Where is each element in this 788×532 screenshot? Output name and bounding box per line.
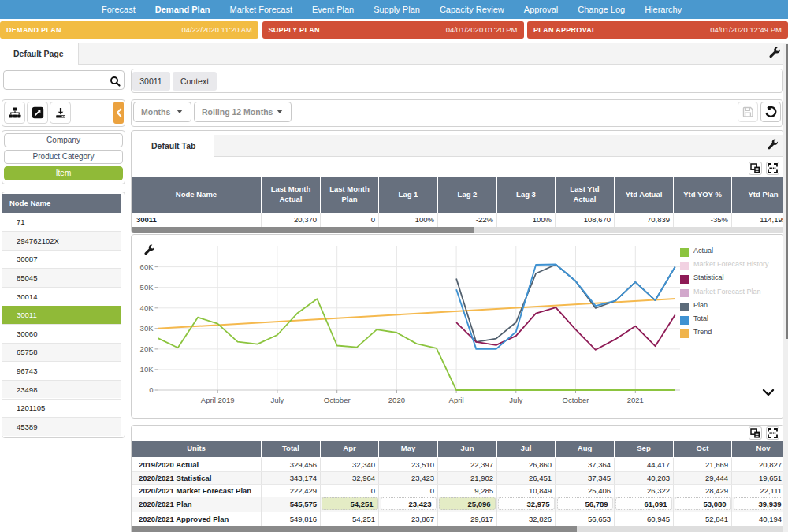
svg-text:10K: 10K [140,365,154,374]
svg-text:April: April [449,396,464,404]
svg-text:0: 0 [149,385,153,394]
svg-text:40K: 40K [140,303,154,312]
svg-text:20K: 20K [140,344,154,353]
svg-text:October: October [324,396,351,404]
svg-text:2021: 2021 [627,396,644,404]
svg-text:50K: 50K [140,283,154,292]
svg-text:April 2019: April 2019 [201,396,235,404]
svg-text:2020: 2020 [388,396,405,404]
svg-text:July: July [509,396,522,404]
svg-text:July: July [270,396,284,404]
svg-text:30K: 30K [140,324,154,333]
svg-text:October: October [563,396,589,404]
svg-text:60K: 60K [140,262,154,271]
